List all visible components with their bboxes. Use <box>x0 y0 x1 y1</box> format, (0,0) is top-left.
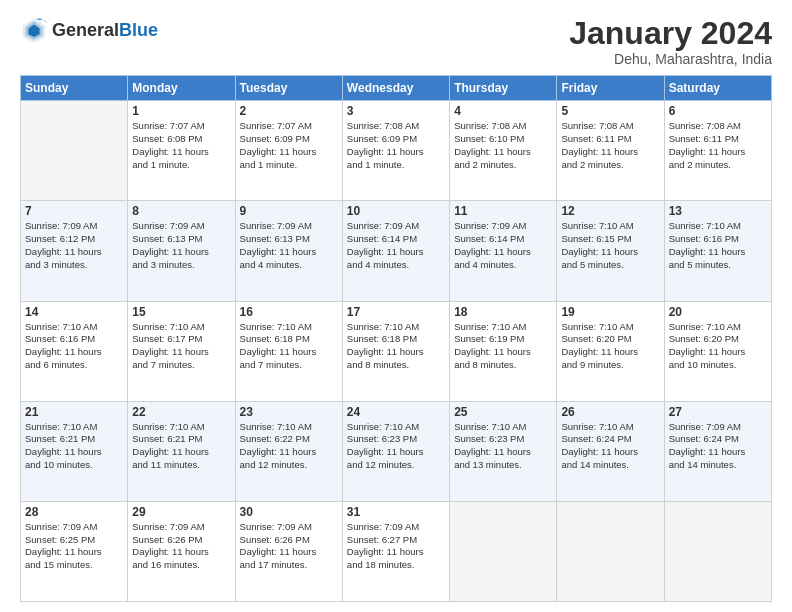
calendar-cell <box>21 101 128 201</box>
day-info: Sunrise: 7:09 AM Sunset: 6:13 PM Dayligh… <box>132 220 230 271</box>
day-number: 25 <box>454 405 552 419</box>
logo-general: General <box>52 20 119 40</box>
calendar-cell: 31Sunrise: 7:09 AM Sunset: 6:27 PM Dayli… <box>342 501 449 601</box>
day-info: Sunrise: 7:10 AM Sunset: 6:24 PM Dayligh… <box>561 421 659 472</box>
logo: GeneralBlue <box>20 16 158 44</box>
day-header-tuesday: Tuesday <box>235 76 342 101</box>
calendar-cell: 15Sunrise: 7:10 AM Sunset: 6:17 PM Dayli… <box>128 301 235 401</box>
logo-blue: Blue <box>119 20 158 40</box>
day-number: 7 <box>25 204 123 218</box>
day-header-monday: Monday <box>128 76 235 101</box>
day-number: 4 <box>454 104 552 118</box>
title-block: January 2024 Dehu, Maharashtra, India <box>569 16 772 67</box>
day-number: 18 <box>454 305 552 319</box>
day-info: Sunrise: 7:10 AM Sunset: 6:16 PM Dayligh… <box>25 321 123 372</box>
calendar-cell: 1Sunrise: 7:07 AM Sunset: 6:08 PM Daylig… <box>128 101 235 201</box>
day-info: Sunrise: 7:09 AM Sunset: 6:26 PM Dayligh… <box>132 521 230 572</box>
calendar-cell: 19Sunrise: 7:10 AM Sunset: 6:20 PM Dayli… <box>557 301 664 401</box>
day-info: Sunrise: 7:09 AM Sunset: 6:13 PM Dayligh… <box>240 220 338 271</box>
day-number: 30 <box>240 505 338 519</box>
day-header-friday: Friday <box>557 76 664 101</box>
calendar-header-row: SundayMondayTuesdayWednesdayThursdayFrid… <box>21 76 772 101</box>
day-info: Sunrise: 7:10 AM Sunset: 6:23 PM Dayligh… <box>454 421 552 472</box>
day-number: 19 <box>561 305 659 319</box>
calendar-cell: 13Sunrise: 7:10 AM Sunset: 6:16 PM Dayli… <box>664 201 771 301</box>
day-info: Sunrise: 7:10 AM Sunset: 6:16 PM Dayligh… <box>669 220 767 271</box>
day-info: Sunrise: 7:10 AM Sunset: 6:23 PM Dayligh… <box>347 421 445 472</box>
logo-icon <box>20 16 48 44</box>
calendar-cell: 7Sunrise: 7:09 AM Sunset: 6:12 PM Daylig… <box>21 201 128 301</box>
day-number: 13 <box>669 204 767 218</box>
calendar-week-row: 21Sunrise: 7:10 AM Sunset: 6:21 PM Dayli… <box>21 401 772 501</box>
calendar-cell: 22Sunrise: 7:10 AM Sunset: 6:21 PM Dayli… <box>128 401 235 501</box>
day-number: 2 <box>240 104 338 118</box>
calendar-cell: 16Sunrise: 7:10 AM Sunset: 6:18 PM Dayli… <box>235 301 342 401</box>
day-number: 31 <box>347 505 445 519</box>
day-info: Sunrise: 7:08 AM Sunset: 6:11 PM Dayligh… <box>669 120 767 171</box>
day-info: Sunrise: 7:10 AM Sunset: 6:20 PM Dayligh… <box>561 321 659 372</box>
calendar-cell: 29Sunrise: 7:09 AM Sunset: 6:26 PM Dayli… <box>128 501 235 601</box>
calendar-cell: 11Sunrise: 7:09 AM Sunset: 6:14 PM Dayli… <box>450 201 557 301</box>
calendar-cell: 20Sunrise: 7:10 AM Sunset: 6:20 PM Dayli… <box>664 301 771 401</box>
day-number: 1 <box>132 104 230 118</box>
day-info: Sunrise: 7:09 AM Sunset: 6:27 PM Dayligh… <box>347 521 445 572</box>
calendar-cell: 17Sunrise: 7:10 AM Sunset: 6:18 PM Dayli… <box>342 301 449 401</box>
day-number: 10 <box>347 204 445 218</box>
day-number: 24 <box>347 405 445 419</box>
day-info: Sunrise: 7:10 AM Sunset: 6:18 PM Dayligh… <box>347 321 445 372</box>
day-number: 9 <box>240 204 338 218</box>
day-info: Sunrise: 7:09 AM Sunset: 6:14 PM Dayligh… <box>347 220 445 271</box>
calendar-table: SundayMondayTuesdayWednesdayThursdayFrid… <box>20 75 772 602</box>
day-info: Sunrise: 7:08 AM Sunset: 6:09 PM Dayligh… <box>347 120 445 171</box>
day-header-wednesday: Wednesday <box>342 76 449 101</box>
day-info: Sunrise: 7:09 AM Sunset: 6:24 PM Dayligh… <box>669 421 767 472</box>
calendar-cell: 5Sunrise: 7:08 AM Sunset: 6:11 PM Daylig… <box>557 101 664 201</box>
calendar-cell: 9Sunrise: 7:09 AM Sunset: 6:13 PM Daylig… <box>235 201 342 301</box>
calendar-cell <box>557 501 664 601</box>
calendar-week-row: 28Sunrise: 7:09 AM Sunset: 6:25 PM Dayli… <box>21 501 772 601</box>
day-info: Sunrise: 7:10 AM Sunset: 6:18 PM Dayligh… <box>240 321 338 372</box>
day-info: Sunrise: 7:07 AM Sunset: 6:08 PM Dayligh… <box>132 120 230 171</box>
day-info: Sunrise: 7:07 AM Sunset: 6:09 PM Dayligh… <box>240 120 338 171</box>
calendar-cell <box>450 501 557 601</box>
day-number: 26 <box>561 405 659 419</box>
calendar-cell: 18Sunrise: 7:10 AM Sunset: 6:19 PM Dayli… <box>450 301 557 401</box>
day-number: 15 <box>132 305 230 319</box>
day-info: Sunrise: 7:09 AM Sunset: 6:26 PM Dayligh… <box>240 521 338 572</box>
day-info: Sunrise: 7:10 AM Sunset: 6:21 PM Dayligh… <box>132 421 230 472</box>
calendar-cell: 14Sunrise: 7:10 AM Sunset: 6:16 PM Dayli… <box>21 301 128 401</box>
day-number: 3 <box>347 104 445 118</box>
day-info: Sunrise: 7:10 AM Sunset: 6:15 PM Dayligh… <box>561 220 659 271</box>
calendar-week-row: 1Sunrise: 7:07 AM Sunset: 6:08 PM Daylig… <box>21 101 772 201</box>
day-number: 11 <box>454 204 552 218</box>
calendar-cell: 24Sunrise: 7:10 AM Sunset: 6:23 PM Dayli… <box>342 401 449 501</box>
day-info: Sunrise: 7:10 AM Sunset: 6:20 PM Dayligh… <box>669 321 767 372</box>
calendar-title: January 2024 <box>569 16 772 51</box>
day-number: 29 <box>132 505 230 519</box>
day-info: Sunrise: 7:08 AM Sunset: 6:10 PM Dayligh… <box>454 120 552 171</box>
day-info: Sunrise: 7:10 AM Sunset: 6:22 PM Dayligh… <box>240 421 338 472</box>
day-number: 6 <box>669 104 767 118</box>
calendar-cell <box>664 501 771 601</box>
day-number: 28 <box>25 505 123 519</box>
calendar-cell: 30Sunrise: 7:09 AM Sunset: 6:26 PM Dayli… <box>235 501 342 601</box>
day-number: 27 <box>669 405 767 419</box>
day-info: Sunrise: 7:10 AM Sunset: 6:19 PM Dayligh… <box>454 321 552 372</box>
calendar-week-row: 14Sunrise: 7:10 AM Sunset: 6:16 PM Dayli… <box>21 301 772 401</box>
day-header-thursday: Thursday <box>450 76 557 101</box>
day-number: 21 <box>25 405 123 419</box>
day-number: 20 <box>669 305 767 319</box>
day-number: 22 <box>132 405 230 419</box>
day-number: 17 <box>347 305 445 319</box>
day-number: 16 <box>240 305 338 319</box>
calendar-week-row: 7Sunrise: 7:09 AM Sunset: 6:12 PM Daylig… <box>21 201 772 301</box>
day-number: 12 <box>561 204 659 218</box>
day-info: Sunrise: 7:09 AM Sunset: 6:25 PM Dayligh… <box>25 521 123 572</box>
day-info: Sunrise: 7:08 AM Sunset: 6:11 PM Dayligh… <box>561 120 659 171</box>
day-info: Sunrise: 7:09 AM Sunset: 6:12 PM Dayligh… <box>25 220 123 271</box>
calendar-cell: 8Sunrise: 7:09 AM Sunset: 6:13 PM Daylig… <box>128 201 235 301</box>
page: GeneralBlue January 2024 Dehu, Maharasht… <box>0 0 792 612</box>
day-number: 8 <box>132 204 230 218</box>
calendar-cell: 3Sunrise: 7:08 AM Sunset: 6:09 PM Daylig… <box>342 101 449 201</box>
calendar-cell: 6Sunrise: 7:08 AM Sunset: 6:11 PM Daylig… <box>664 101 771 201</box>
